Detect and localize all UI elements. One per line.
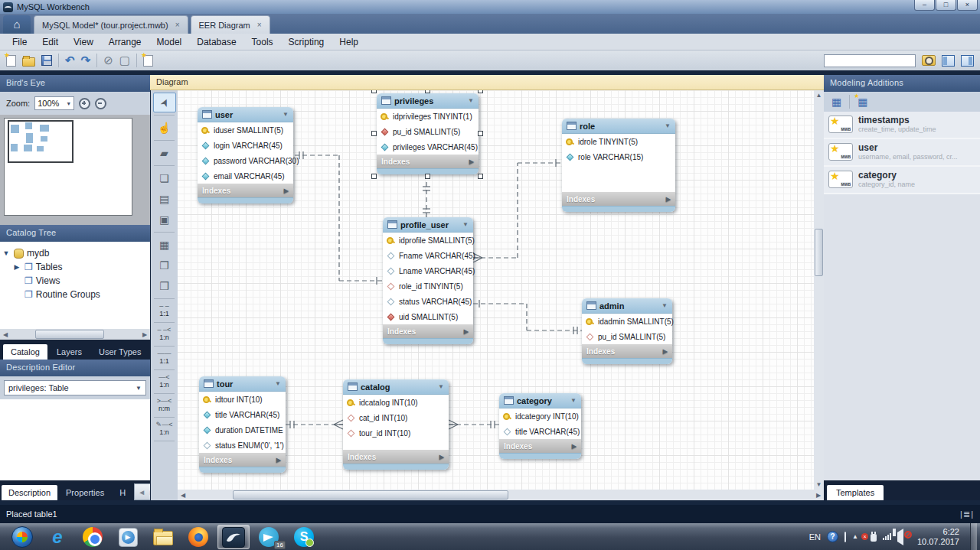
table-column-row[interactable]: idcatalog INT(10)	[343, 395, 449, 410]
relationship-tool-1-1[interactable]: ——1:1	[151, 349, 178, 367]
tree-node-mydb[interactable]: ▼mydb	[2, 246, 149, 260]
indexes-section[interactable]: Indexes▶	[582, 344, 672, 358]
diagram-hscrollbar[interactable]: ◀ ▶	[178, 490, 824, 500]
selection-handle[interactable]	[371, 131, 377, 136]
table-column-row[interactable]: title VARCHAR(45)	[499, 424, 581, 439]
menu-edit[interactable]: Edit	[34, 35, 66, 49]
hand-tool-icon[interactable]: ☝	[153, 118, 176, 138]
table-column-row[interactable]: duration DATETIME	[199, 422, 286, 438]
undo-icon[interactable]: ↶	[65, 54, 75, 67]
display-icon[interactable]	[844, 532, 846, 542]
firefox-icon[interactable]	[182, 525, 214, 549]
open-model-icon[interactable]	[22, 57, 35, 67]
diagram-table-tour[interactable]: tour▼idtour INT(10)title VARCHAR(45)dura…	[199, 376, 286, 473]
description-editor-body[interactable]	[0, 399, 150, 480]
close-button[interactable]: ×	[957, 0, 978, 11]
relationship-tool-1-1[interactable]: – –1:1	[151, 301, 178, 320]
expand-section-icon[interactable]: ▶	[469, 158, 474, 165]
tab-h[interactable]: H	[113, 485, 132, 500]
indexes-section[interactable]: Indexes▶	[199, 453, 286, 467]
diagram-table-role[interactable]: role▼idrole TINYINT(5)role VARCHAR(15)In…	[562, 119, 675, 212]
relationship-tool-n-m[interactable]: >—<n:m	[151, 396, 178, 415]
diagram-table-privileges[interactable]: privileges▼idprivileges TINYINT(1)pu_id …	[377, 93, 479, 174]
mysql-workbench-taskbar-icon[interactable]	[217, 525, 250, 549]
table-header[interactable]: role▼	[562, 119, 675, 134]
doc-tab[interactable]: EER Diagram×	[191, 15, 270, 34]
start-button[interactable]	[6, 525, 38, 549]
image-tool-icon[interactable]: ▣	[153, 210, 176, 229]
skype-icon[interactable]: S	[288, 525, 320, 549]
table-column-row[interactable]: idprofile SMALLINT(5)	[383, 233, 473, 248]
tree-node-views[interactable]: ❐Views	[2, 274, 149, 288]
tab-layers[interactable]: Layers	[49, 344, 90, 360]
layer-tool-icon[interactable]: ❏	[153, 168, 176, 188]
table-column-row[interactable]: password VARCHAR(30)	[198, 153, 293, 168]
collapse-arrow-icon[interactable]: ▼	[468, 97, 474, 104]
table-column-row[interactable]: uid SMALLINT(5)	[383, 309, 473, 324]
expand-collapse-icon[interactable]: ▼	[2, 249, 11, 257]
zoom-select[interactable]: 100%▼	[34, 96, 74, 110]
new-diagram-icon[interactable]	[143, 55, 153, 67]
menu-view[interactable]: View	[66, 35, 101, 49]
indexes-section[interactable]: Indexes▶	[562, 192, 675, 206]
collapse-arrow-icon[interactable]: ▼	[462, 221, 469, 228]
edit-template-icon[interactable]: ▦	[831, 96, 841, 108]
table-header[interactable]: user▼	[198, 107, 293, 122]
media-player-icon[interactable]: ▶	[112, 525, 144, 549]
relationship-tool-1-n[interactable]: ✎—<1:n	[151, 420, 178, 438]
birdseye-canvas[interactable]	[4, 118, 132, 216]
tab-properties[interactable]: Properties	[59, 485, 111, 500]
menu-model[interactable]: Model	[149, 35, 190, 49]
expand-section-icon[interactable]: ▶	[464, 328, 469, 335]
indexes-section[interactable]: Indexes▶	[499, 439, 581, 453]
selection-handle[interactable]	[425, 174, 430, 179]
table-column-row[interactable]: role_id TINYINT(5)	[383, 278, 473, 294]
language-indicator[interactable]: EN	[809, 532, 821, 542]
relationship-tool-1-n[interactable]: – –<1:n	[151, 325, 178, 343]
collapse-arrow-icon[interactable]: ▼	[662, 302, 668, 309]
minimize-button[interactable]: –	[914, 0, 935, 11]
telegram-icon[interactable]: 16	[253, 525, 285, 549]
table-column-row[interactable]: idadmin SMALLINT(5)	[582, 314, 672, 329]
tree-node-routine-groups[interactable]: ❐Routine Groups	[2, 288, 149, 301]
tree-node-tables[interactable]: ▶❐Tables	[2, 260, 149, 274]
catalog-tree-hscrollbar[interactable]: ◀ ▶	[0, 329, 150, 340]
tab-scroll-left-icon[interactable]: ◄	[138, 488, 145, 496]
tab-templates[interactable]: Templates	[827, 485, 884, 500]
table-header[interactable]: tour▼	[199, 376, 286, 392]
collapse-arrow-icon[interactable]: ▼	[665, 122, 671, 129]
modeling-addition-item-category[interactable]: ★MWBcategorycategory_id, name	[824, 167, 980, 194]
doc-tab[interactable]: MySQL Model* (tour.project.mwb)×	[34, 15, 188, 34]
expand-section-icon[interactable]: ▶	[663, 348, 668, 355]
menu-help[interactable]: Help	[332, 35, 366, 49]
modeling-addition-item-user[interactable]: ★MWBuserusername, email, password, cr...	[824, 139, 980, 167]
table-header[interactable]: category▼	[499, 393, 581, 408]
zoom-in-icon[interactable]	[79, 98, 90, 109]
table-column-row[interactable]: email VARCHAR(45)	[198, 168, 293, 184]
network-icon[interactable]	[883, 533, 891, 540]
note-tool-icon[interactable]: ▤	[153, 189, 176, 209]
table-tool-icon[interactable]: ▦	[153, 235, 176, 255]
table-column-row[interactable]: login VARCHAR(45)	[198, 138, 293, 153]
new-template-icon[interactable]: ★▦	[858, 96, 867, 108]
table-column-row[interactable]: role VARCHAR(15)	[562, 149, 675, 164]
table-column-row[interactable]: iduser SMALLINT(5)	[198, 122, 293, 138]
relationship-tool-1-n[interactable]: —<1:n	[151, 373, 178, 391]
table-column-row[interactable]: idrole TINYINT(5)	[562, 134, 675, 149]
view-tool-icon[interactable]: ❐	[153, 255, 176, 275]
expand-collapse-icon[interactable]: ▶	[12, 263, 21, 271]
collapse-arrow-icon[interactable]: ▼	[438, 383, 444, 390]
tab-close-icon[interactable]: ×	[257, 21, 262, 29]
blank-square-icon[interactable]: ▢	[119, 54, 130, 67]
menu-tools[interactable]: Tools	[244, 35, 281, 49]
selection-handle[interactable]	[478, 90, 483, 93]
chrome-icon[interactable]	[77, 525, 109, 549]
diagram-vscrollbar[interactable]: ▲ ▼	[814, 90, 824, 490]
find-icon[interactable]	[922, 55, 936, 66]
menu-arrange[interactable]: Arrange	[101, 35, 149, 49]
tab-close-icon[interactable]: ×	[175, 21, 180, 29]
table-header[interactable]: catalog▼	[343, 379, 449, 395]
diagram-table-catalog[interactable]: catalog▼idcatalog INT(10)cat_id INT(10)t…	[343, 379, 449, 470]
redo-icon[interactable]: ↷	[81, 54, 91, 67]
menu-file[interactable]: File	[5, 35, 34, 49]
